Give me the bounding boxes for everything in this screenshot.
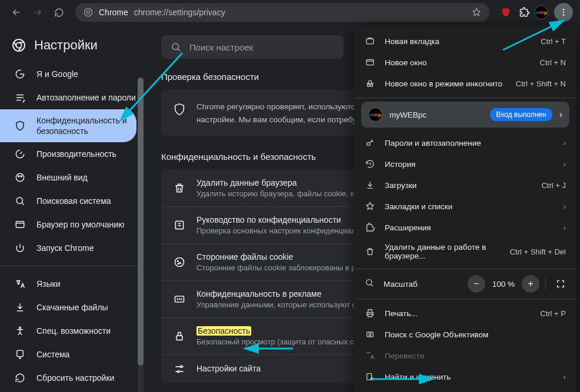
settings-title: Настройки bbox=[34, 38, 98, 53]
reset-icon bbox=[14, 373, 26, 383]
zoom-in-button[interactable]: + bbox=[522, 275, 539, 293]
menu-extensions[interactable]: Расширения› bbox=[354, 217, 576, 238]
menu-cast[interactable]: Транслировать, сохранить, поделиться› bbox=[354, 387, 576, 392]
menu-button[interactable] bbox=[554, 3, 573, 22]
trash-icon bbox=[365, 247, 375, 256]
reload-button[interactable] bbox=[49, 3, 68, 22]
svg-rect-13 bbox=[17, 351, 24, 357]
svg-point-31 bbox=[369, 333, 371, 336]
sidebar-item-accessibility[interactable]: Спец. возможности bbox=[0, 319, 136, 343]
svg-point-26 bbox=[367, 84, 369, 86]
menu-clear-data[interactable]: Удалить данные о работе в браузере...Ctr… bbox=[354, 238, 576, 265]
autofill-icon bbox=[14, 92, 26, 103]
translate-icon bbox=[14, 279, 26, 289]
lens-icon bbox=[365, 330, 375, 339]
browser-toolbar: Chrome chrome://settings/privacy mWp bbox=[0, 0, 580, 25]
svg-rect-30 bbox=[367, 332, 374, 337]
chevron-right-icon: › bbox=[559, 109, 562, 120]
sidebar-item-startup[interactable]: Запуск Chrome bbox=[0, 236, 136, 260]
sidebar-item-google[interactable]: Я и Google bbox=[0, 62, 136, 86]
svg-point-1 bbox=[86, 11, 89, 14]
cookie-icon bbox=[173, 256, 186, 268]
sidebar-item-languages[interactable]: Языки bbox=[0, 272, 136, 296]
menu-print[interactable]: Печать...Ctrl + P bbox=[354, 303, 576, 324]
svg-rect-25 bbox=[366, 59, 374, 65]
download-icon bbox=[365, 180, 375, 190]
chevron-right-icon: › bbox=[564, 223, 566, 232]
download-icon bbox=[14, 302, 26, 313]
accessibility-icon bbox=[14, 326, 26, 336]
sidebar-item-appearance[interactable]: Внешний вид bbox=[0, 166, 136, 189]
chrome-logo-icon bbox=[12, 38, 26, 52]
svg-point-17 bbox=[178, 261, 179, 262]
trash-icon bbox=[173, 182, 186, 194]
zoom-out-button[interactable]: − bbox=[468, 275, 485, 293]
security-highlight: Безопасность bbox=[196, 326, 251, 336]
svg-point-19 bbox=[178, 263, 179, 264]
history-icon bbox=[365, 159, 375, 169]
google-icon bbox=[14, 69, 26, 79]
menu-lens[interactable]: Поиск с Google Объективом bbox=[354, 324, 576, 345]
menu-incognito[interactable]: Новое окно в режиме инкогнитоCtrl + Shif… bbox=[354, 73, 576, 94]
settings-sidebar: Настройки Я и Google Автозаполнение и па… bbox=[0, 25, 145, 392]
svg-point-29 bbox=[366, 280, 372, 285]
svg-point-16 bbox=[175, 258, 184, 267]
zoom-value: 100 % bbox=[488, 280, 519, 289]
svg-point-4 bbox=[563, 14, 565, 16]
sidebar-scrollbar[interactable] bbox=[138, 78, 144, 392]
sidebar-item-performance[interactable]: Производительность bbox=[0, 142, 136, 166]
sidebar-item-autofill[interactable]: Автозаполнение и пароли bbox=[0, 86, 136, 109]
svg-point-3 bbox=[563, 12, 565, 14]
back-button[interactable] bbox=[7, 3, 26, 22]
menu-new-tab[interactable]: Новая вкладкаCtrl + T bbox=[354, 31, 576, 52]
svg-point-23 bbox=[178, 371, 179, 373]
speed-icon bbox=[14, 149, 26, 159]
forward-button[interactable] bbox=[28, 3, 47, 22]
translate-icon bbox=[365, 351, 375, 360]
sidebar-item-downloads[interactable]: Скачанные файлы bbox=[0, 296, 136, 319]
settings-search[interactable]: Поиск настроек bbox=[161, 35, 344, 59]
svg-point-18 bbox=[180, 263, 181, 264]
shield-icon bbox=[173, 103, 186, 116]
svg-point-7 bbox=[16, 174, 24, 182]
fullscreen-button[interactable] bbox=[552, 275, 569, 293]
menu-downloads[interactable]: ЗагрузкиCtrl + J bbox=[354, 175, 576, 196]
tune-icon bbox=[173, 363, 186, 375]
browser-icon bbox=[14, 219, 26, 230]
incognito-icon bbox=[365, 79, 375, 88]
star-icon bbox=[365, 202, 375, 211]
search-icon bbox=[14, 196, 26, 206]
svg-point-0 bbox=[84, 8, 92, 16]
signed-in-badge: Вход выполнен bbox=[490, 108, 552, 121]
profile-avatar-icon: mWp bbox=[368, 108, 382, 122]
shield-icon bbox=[14, 120, 26, 131]
svg-rect-11 bbox=[16, 222, 24, 228]
svg-point-27 bbox=[371, 84, 373, 86]
menu-profile[interactable]: mWp myWEBpc Вход выполнен › bbox=[361, 102, 569, 128]
sidebar-item-reset[interactable]: Сбросить настройки bbox=[0, 366, 136, 390]
menu-zoom: Масштаб − 100 % + bbox=[354, 273, 576, 295]
sidebar-item-search[interactable]: Поисковая система bbox=[0, 189, 136, 213]
menu-new-window[interactable]: Новое окноCtrl + N bbox=[354, 52, 576, 73]
menu-bookmarks[interactable]: Закладки и списки› bbox=[354, 196, 576, 217]
menu-find[interactable]: Найти и изменить› bbox=[354, 366, 576, 387]
ext-ublock-icon[interactable] bbox=[499, 5, 513, 19]
sidebar-item-default[interactable]: Браузер по умолчанию bbox=[0, 213, 136, 236]
bookmark-icon[interactable] bbox=[472, 8, 481, 17]
svg-point-8 bbox=[18, 176, 19, 177]
menu-translate: Перевести bbox=[354, 345, 576, 366]
window-icon bbox=[365, 58, 375, 67]
svg-point-9 bbox=[21, 176, 22, 177]
zoom-icon bbox=[365, 278, 374, 290]
svg-rect-21 bbox=[176, 336, 182, 340]
address-bar[interactable]: Chrome chrome://settings/privacy bbox=[75, 3, 489, 22]
menu-passwords[interactable]: Пароли и автозаполнение› bbox=[354, 132, 576, 153]
svg-point-22 bbox=[181, 366, 182, 367]
chevron-right-icon: › bbox=[564, 139, 566, 148]
extensions-icon[interactable] bbox=[518, 5, 532, 19]
profile-avatar[interactable]: mWp bbox=[534, 5, 548, 19]
sidebar-item-privacy[interactable]: Конфиденциальность и безопасность bbox=[0, 109, 136, 142]
menu-history[interactable]: История› bbox=[354, 153, 576, 175]
svg-point-10 bbox=[16, 197, 23, 204]
sidebar-item-system[interactable]: Система bbox=[0, 343, 136, 366]
